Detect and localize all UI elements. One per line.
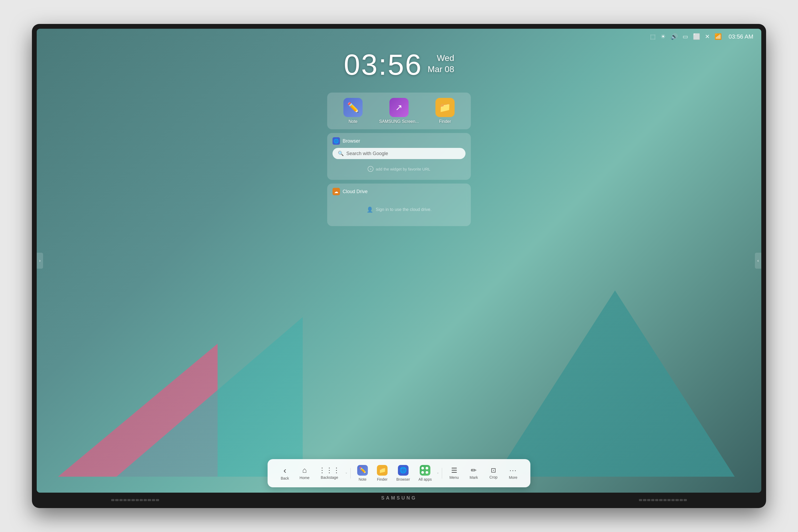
divider-2 — [442, 468, 442, 478]
browser-widget[interactable]: 🌐 Browser 🔍 Search with Google + add the… — [327, 133, 471, 180]
search-icon: 🔍 — [338, 151, 344, 156]
camera-icon: ⬜ — [693, 33, 700, 40]
samsung-screen-label: SAMSUNG Screen... — [379, 119, 419, 124]
backstage-icon: ⋮⋮⋮ — [319, 467, 340, 474]
tv-screen: ⬚ ☀ 🔊 ▭ ⬜ ✕ 📶 03:56 AM › ‹ 03:56 Wed Mar… — [37, 29, 761, 493]
all-apps-label: All apps — [418, 477, 432, 481]
back-label: Back — [281, 476, 289, 480]
network-icon: ✕ — [705, 33, 710, 40]
brand-text: SAMSUNG — [381, 495, 417, 501]
browser-widget-hint: + add the widget by favorite URL — [332, 163, 466, 174]
note-app-label: Note — [348, 119, 358, 124]
taskbar-note[interactable]: ✏️ Note — [353, 463, 372, 483]
home-icon: ⌂ — [302, 467, 307, 474]
taskbar-finder[interactable]: 📁 Finder — [373, 463, 392, 483]
taskbar-browser[interactable]: 🌐 Browser — [393, 463, 414, 483]
crop-icon: ⊡ — [491, 467, 496, 474]
status-time: 03:56 AM — [728, 33, 753, 40]
tv-frame: ⬚ ☀ 🔊 ▭ ⬜ ✕ 📶 03:56 AM › ‹ 03:56 Wed Mar… — [32, 24, 766, 508]
brightness-icon: ☀ — [661, 33, 666, 40]
taskbar-home[interactable]: ⌂ Home — [295, 464, 314, 482]
more-label: More — [509, 475, 517, 480]
taskbar-backstage[interactable]: ⋮⋮⋮ Backstage — [315, 465, 344, 482]
search-placeholder: Search with Google — [346, 151, 460, 156]
speaker-left — [111, 498, 159, 502]
cloud-drive-widget[interactable]: ☁ Cloud Drive 👤 Sign in to use the cloud… — [327, 184, 471, 226]
user-icon: 👤 — [366, 206, 373, 213]
cloud-signin-text: Sign in to use the cloud drive. — [376, 207, 432, 212]
clock-day: Wed — [437, 53, 454, 64]
menu-icon: ☰ — [451, 467, 457, 474]
more-icon: ··· — [509, 467, 517, 474]
speaker-right — [639, 498, 687, 502]
tablet-icon: ▭ — [683, 33, 688, 40]
browser-widget-icon: 🌐 — [332, 137, 340, 145]
note-taskbar-label: Note — [359, 477, 366, 481]
taskbar-all-apps[interactable]: All apps — [415, 463, 435, 483]
finder-taskbar-label: Finder — [377, 477, 387, 481]
wifi-icon: 📶 — [715, 33, 722, 40]
add-hint-icon: + — [367, 166, 374, 172]
status-icons: ⬚ ☀ 🔊 ▭ ⬜ ✕ 📶 03:56 AM — [650, 33, 753, 40]
browser-widget-title: Browser — [343, 138, 360, 144]
clock-widget: 03:56 Wed Mar 08 — [344, 50, 454, 79]
widgets-panel: ✏️ Note ↗ SAMSUNG Screen... 📁 Finder 🌐 B… — [327, 93, 471, 226]
clock-date-text: Mar 08 — [428, 64, 454, 75]
cloud-widget-title: Cloud Drive — [343, 189, 367, 194]
tv-bottom-bar: SAMSUNG — [37, 493, 761, 503]
finder-app-icon: 📁 — [435, 98, 455, 117]
note-taskbar-icon: ✏️ — [357, 465, 368, 476]
clock-date: Wed Mar 08 — [428, 53, 454, 75]
app-shortcuts-widget: ✏️ Note ↗ SAMSUNG Screen... 📁 Finder — [327, 93, 471, 129]
mark-icon: ✏ — [471, 467, 477, 474]
clock-time: 03:56 — [344, 50, 422, 79]
samsung-screen-icon: ↗ — [390, 98, 408, 117]
finder-app-label: Finder — [439, 119, 451, 124]
finder-taskbar-icon: 📁 — [377, 465, 387, 476]
crop-label: Crop — [490, 475, 497, 479]
cloud-signin: 👤 Sign in to use the cloud drive. — [332, 198, 466, 221]
volume-icon: 🔊 — [670, 33, 678, 40]
browser-taskbar-icon: 🌐 — [398, 465, 408, 476]
taskbar: ‹ Back ⌂ Home ⋮⋮⋮ Backstage ⌄ ✏️ Note — [268, 459, 530, 487]
mark-label: Mark — [470, 475, 478, 480]
right-arrow[interactable]: ‹ — [755, 253, 761, 269]
left-arrow[interactable]: › — [37, 253, 43, 269]
browser-hint-text: add the widget by favorite URL — [376, 167, 430, 171]
home-label: Home — [300, 476, 309, 480]
taskbar-back[interactable]: ‹ Back — [276, 464, 294, 482]
taskbar-crop[interactable]: ⊡ Crop — [484, 465, 503, 481]
taskbar-mark[interactable]: ✏ Mark — [464, 465, 483, 482]
screen-mirror-icon: ⬚ — [650, 33, 656, 40]
menu-label: Menu — [450, 475, 459, 480]
back-icon: ‹ — [284, 466, 286, 475]
note-app-icon: ✏️ — [343, 98, 363, 117]
cloud-widget-icon: ☁ — [332, 188, 340, 195]
app-finder[interactable]: 📁 Finder — [435, 98, 455, 124]
all-apps-chevron: ⌄ — [437, 471, 439, 476]
all-apps-icon — [420, 465, 431, 476]
browser-search-bar[interactable]: 🔍 Search with Google — [332, 148, 466, 159]
browser-widget-header: 🌐 Browser — [332, 137, 466, 145]
backstage-chevron: ⌄ — [345, 471, 348, 476]
cloud-widget-header: ☁ Cloud Drive — [332, 188, 466, 195]
status-bar: ⬚ ☀ 🔊 ▭ ⬜ ✕ 📶 03:56 AM — [37, 29, 761, 45]
app-samsung-screen[interactable]: ↗ SAMSUNG Screen... — [379, 98, 419, 124]
browser-taskbar-label: Browser — [396, 477, 410, 481]
taskbar-more[interactable]: ··· More — [504, 465, 522, 482]
app-note[interactable]: ✏️ Note — [343, 98, 363, 124]
taskbar-menu[interactable]: ☰ Menu — [445, 465, 463, 482]
backstage-label: Backstage — [321, 475, 338, 480]
